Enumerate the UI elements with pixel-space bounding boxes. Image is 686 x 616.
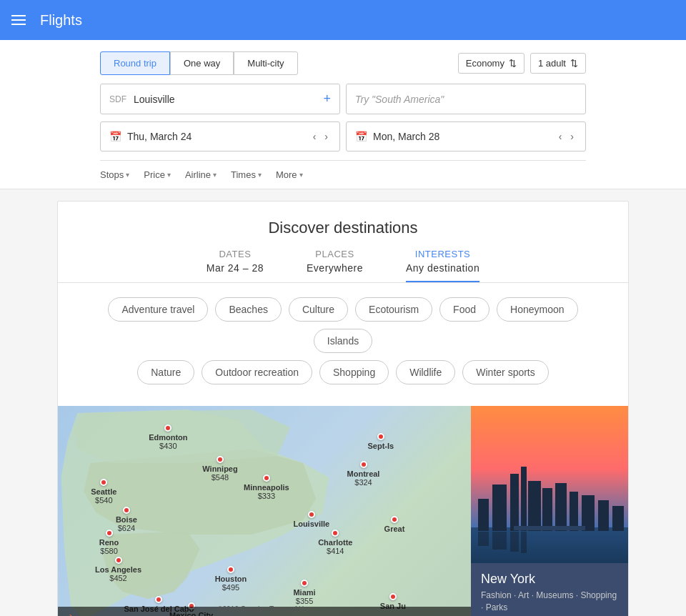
more-filter[interactable]: More ▾ [276,167,303,183]
tab-places[interactable]: PLACES Everywhere [307,249,363,282]
tab-interests[interactable]: INTERESTS Any destination [406,249,479,282]
interest-tag[interactable]: Winter sports [462,360,548,384]
interests-row-1: Adventure travelBeachesCultureEcotourism… [79,297,607,353]
map-city-price: $452 [109,574,126,582]
tab-places-sub: Everywhere [307,262,363,274]
class-arrow: ⇅ [509,58,517,69]
tab-dates-sub: Mar 24 – 28 [207,262,264,274]
interest-tag[interactable]: Food [439,297,489,322]
svg-rect-13 [555,483,567,531]
discover-tabs: DATES Mar 24 – 28 PLACES Everywhere INTE… [58,249,628,283]
map-city[interactable]: Edmonton $430 [149,424,187,450]
stops-arrow: ▾ [126,171,129,179]
return-date-prev[interactable]: ‹ [556,129,565,144]
class-select[interactable]: Economy ⇅ [458,53,525,74]
location-row: SDF Louisville + Try "South America" [100,84,586,114]
map-city-label: Montreal [347,470,380,478]
interest-tag[interactable]: Shopping [319,360,389,384]
class-value: Economy [466,58,504,69]
times-filter[interactable]: Times ▾ [231,167,262,183]
map-city[interactable]: Seattle $540 [91,479,116,505]
svg-rect-7 [478,499,489,531]
map-city-price: $495 [222,583,239,592]
map-city-label: Los Angeles [95,565,141,574]
map-city[interactable]: Sept-Is [368,433,394,450]
svg-rect-21 [510,532,519,552]
return-date-value: Mon, March 28 [373,131,439,142]
origin-input[interactable]: SDF Louisville + [100,84,340,114]
stops-filter[interactable]: Stops ▾ [100,167,129,183]
map-city[interactable]: Los Angeles $452 [95,557,141,582]
map-city[interactable]: Reno $580 [99,530,119,555]
return-date-input[interactable]: 📅 Mon, March 28 ‹ › [346,121,586,151]
map-city-dot [377,433,384,440]
interest-tag[interactable]: Adventure travel [108,297,208,322]
discover-title: Discover destinations [58,219,628,237]
map-city-label: Houston [215,575,247,583]
return-date-icon: 📅 [355,131,367,142]
destination-placeholder: Try "South America" [355,94,444,105]
map-city[interactable]: Minneapolis $333 [244,475,289,500]
trip-type-row: Round trip One way Multi-city Economy ⇅ … [100,51,586,75]
map-city-dot [155,596,162,603]
map-city-dot [391,516,398,523]
map-city[interactable]: Winnipeg $548 [202,456,237,482]
destination-card[interactable]: New York Fashion · Art · Museums · Shopp… [471,406,628,616]
depart-date-prev[interactable]: ‹ [310,129,319,144]
map-city-label: Minneapolis [244,483,289,492]
interest-tag[interactable]: Honeymoon [497,297,578,322]
depart-date-input[interactable]: 📅 Thu, March 24 ‹ › [100,121,340,151]
map-city-dot [389,593,397,600]
svg-rect-22 [521,532,527,553]
destination-tags: Fashion · Art · Museums · Shopping · Par… [481,590,618,614]
map-city-dot [123,507,130,514]
map-city-dot [217,456,224,463]
map-city[interactable]: Louisville [293,511,329,528]
passengers-select[interactable]: 1 adult ⇅ [530,53,586,74]
map-city-dot [308,511,315,518]
svg-rect-10 [521,467,527,531]
right-controls: Economy ⇅ 1 adult ⇅ [458,53,586,74]
interest-tag[interactable]: Ecotourism [355,297,432,322]
interest-tag[interactable]: Wildlife [396,360,455,384]
depart-date-icon: 📅 [109,131,121,142]
interest-tag[interactable]: Nature [137,360,194,384]
add-location-button[interactable]: + [323,91,331,106]
interest-tag[interactable]: Outdoor recreation [202,360,312,384]
return-date-nav: ‹ › [556,129,577,144]
svg-rect-15 [582,495,595,531]
depart-date-nav: ‹ › [310,129,331,144]
interest-tag[interactable]: Beaches [215,297,281,322]
svg-rect-14 [570,492,578,531]
tab-dates[interactable]: DATES Mar 24 – 28 [207,249,264,282]
map-city[interactable]: Charlotte $414 [318,530,352,555]
price-filter[interactable]: Price ▾ [144,167,171,183]
menu-button[interactable] [11,15,26,25]
one-way-button[interactable]: One way [170,51,234,75]
map-city[interactable]: Boise $624 [116,507,137,532]
airline-filter[interactable]: Airline ▾ [185,167,217,183]
map-city-price: $355 [296,597,313,605]
airline-arrow: ▾ [213,171,217,179]
price-arrow: ▾ [167,171,171,179]
map-city-dot [227,566,234,573]
map-city-price: $324 [354,478,372,487]
map-city[interactable]: Miami $355 [293,580,315,605]
interest-tag[interactable]: Islands [314,329,372,353]
round-trip-button[interactable]: Round trip [100,51,170,75]
svg-rect-11 [528,481,541,531]
tab-dates-label: DATES [207,249,264,259]
depart-date-next[interactable]: › [322,129,331,144]
return-date-next[interactable]: › [567,129,577,144]
map-container[interactable]: Edmonton $430 Winnipeg $548 Sept-Is Seat… [58,406,471,616]
map-city[interactable]: Montreal $324 [347,461,380,487]
map-city-price: $333 [258,492,275,500]
date-row: 📅 Thu, March 24 ‹ › 📅 Mon, March 28 ‹ › [100,121,586,151]
multi-city-button[interactable]: Multi-city [234,51,297,75]
destination-input[interactable]: Try "South America" [346,84,586,114]
interest-tag[interactable]: Culture [289,297,348,322]
map-city-dot [332,530,339,537]
map-city[interactable]: Great [384,516,405,533]
svg-rect-12 [542,488,552,531]
map-city[interactable]: Houston $495 [215,566,247,592]
